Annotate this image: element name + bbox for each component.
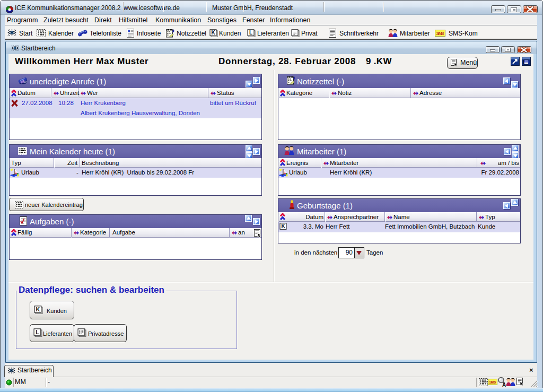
svg-text:K: K: [281, 223, 285, 229]
svg-text:SMS: SMS: [489, 380, 496, 385]
svg-text:K: K: [211, 30, 215, 36]
svg-text:K: K: [36, 306, 40, 312]
svg-text:L: L: [36, 329, 39, 335]
svg-text:L: L: [249, 30, 252, 36]
svg-text:SMS: SMS: [436, 31, 444, 36]
